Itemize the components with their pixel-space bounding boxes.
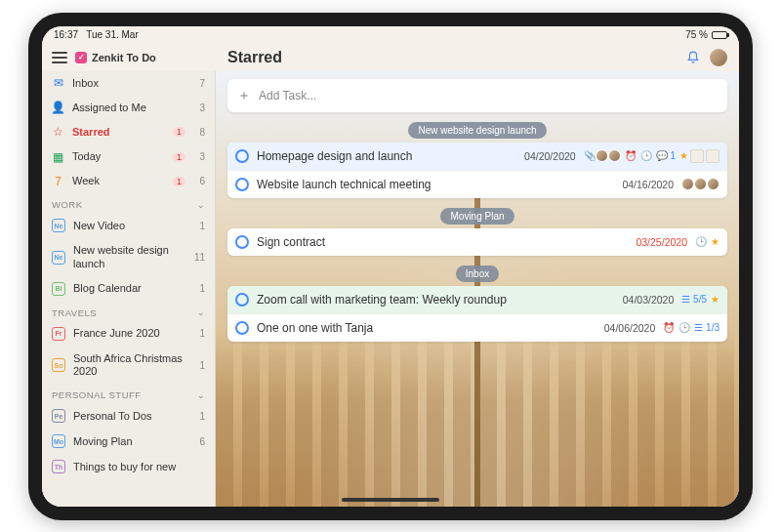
- sidebar-item-count: 11: [193, 252, 205, 263]
- sidebar-item-assigned[interactable]: 👤Assigned to Me3: [42, 96, 215, 120]
- sidebar-item-starred[interactable]: ☆Starred18: [42, 120, 215, 144]
- task-row[interactable]: Homepage design and launch04/20/2020📎⏰🕒💬…: [227, 143, 727, 170]
- task-title: Sign contract: [257, 235, 628, 249]
- comments-icon: 💬 1: [656, 150, 676, 161]
- sidebar-item-count: 6: [193, 436, 205, 447]
- sidebar-item-label: Blog Calendar: [73, 282, 185, 295]
- plus-icon: ＋: [237, 87, 251, 104]
- task-date: 04/06/2020: [604, 322, 656, 334]
- repeat-icon: 🕒: [695, 236, 707, 247]
- battery-icon: [712, 31, 727, 39]
- group-label: New website design launch: [408, 122, 546, 139]
- sidebar-list-item[interactable]: NeNew website design launch11: [42, 238, 215, 275]
- star-icon: ★: [679, 150, 688, 161]
- sidebar-item-count: 1: [193, 360, 205, 371]
- app-brand: Zenkit To Do: [75, 52, 156, 63]
- add-task-input[interactable]: ＋ Add Task...: [227, 79, 727, 112]
- sidebar-list-item[interactable]: NeNew Video1: [42, 213, 215, 238]
- task-checkbox[interactable]: [235, 178, 249, 191]
- task-date: 04/20/2020: [524, 150, 576, 162]
- tablet-frame: 16:37 Tue 31. Mar 75 % Zenkit To Do Star…: [28, 13, 753, 520]
- task-title: One on one with Tanja: [257, 321, 596, 335]
- task-row[interactable]: Sign contract03/25/2020🕒★: [227, 228, 727, 256]
- sidebar-item-label: South Africa Christmas 2020: [73, 352, 185, 378]
- repeat-icon: 🕒: [640, 150, 652, 161]
- user-avatar[interactable]: [710, 49, 727, 66]
- assigned-icon: 👤: [52, 102, 64, 114]
- status-time: 16:37: [54, 29, 78, 40]
- group-pill[interactable]: New website design launch: [227, 122, 727, 139]
- sidebar-item-label: Today: [72, 150, 162, 163]
- star-icon: ★: [711, 236, 719, 247]
- group-pill[interactable]: Moving Plan: [227, 208, 727, 225]
- home-indicator[interactable]: [342, 498, 439, 502]
- add-task-placeholder: Add Task...: [259, 89, 316, 102]
- task-card: Zoom call with marketing team: Weekly ro…: [227, 286, 727, 342]
- list-color-icon: So: [52, 358, 65, 372]
- assignee-avatar: [707, 178, 719, 190]
- assignee-avatar: [608, 149, 621, 162]
- section-title: Personal Stuff: [52, 389, 142, 400]
- sidebar-item-label: New Video: [73, 220, 185, 232]
- attachment-icon: 📎: [584, 150, 596, 161]
- task-row[interactable]: Website launch technical meeting04/16/20…: [227, 170, 727, 198]
- task-meta: [681, 178, 719, 190]
- assignee-avatar: [681, 178, 694, 190]
- subtasks-icon: ☰ 5/5: [681, 294, 707, 305]
- sidebar-item-label: Week: [72, 175, 162, 187]
- battery-pct: 75 %: [685, 29, 708, 40]
- task-title: Homepage design and launch: [257, 149, 516, 163]
- list-color-icon: Th: [52, 460, 65, 473]
- list-color-icon: Pe: [52, 409, 65, 423]
- sidebar-section-work[interactable]: Work⌄: [42, 193, 215, 213]
- sidebar-item-today[interactable]: ▦Today13: [42, 144, 215, 169]
- app-name: Zenkit To Do: [92, 52, 156, 63]
- group-pill[interactable]: Inbox: [227, 266, 727, 282]
- task-checkbox[interactable]: [235, 321, 249, 335]
- sidebar-item-week[interactable]: 7Week16: [42, 169, 215, 193]
- page-title: Starred: [227, 49, 282, 66]
- sidebar-list-item[interactable]: PePersonal To Dos1: [42, 403, 215, 429]
- sidebar-list-item[interactable]: BlBlog Calendar1: [42, 276, 215, 302]
- status-time-date: 16:37 Tue 31. Mar: [54, 29, 139, 40]
- sidebar-section-travels[interactable]: Travels⌄: [42, 302, 215, 321]
- attachment-thumb: [706, 149, 719, 163]
- notifications-icon[interactable]: [686, 51, 700, 64]
- task-date: 04/03/2020: [623, 294, 675, 306]
- task-checkbox[interactable]: [235, 235, 249, 249]
- sidebar-list-item[interactable]: FrFrance June 20201: [42, 321, 215, 347]
- task-row[interactable]: One on one with Tanja04/06/2020⏰🕒☰ 1/3: [227, 313, 727, 342]
- task-title: Website launch technical meeting: [257, 178, 614, 191]
- chevron-down-icon: ⌄: [197, 200, 206, 210]
- sidebar-item-label: Starred: [72, 126, 162, 139]
- sidebar-item-label: France June 2020: [73, 327, 185, 340]
- task-checkbox[interactable]: [235, 293, 249, 307]
- task-meta: 📎⏰🕒💬 1★: [584, 149, 719, 163]
- task-row[interactable]: Zoom call with marketing team: Weekly ro…: [227, 286, 727, 313]
- sidebar-list-item[interactable]: ThThings to buy for new: [42, 454, 215, 479]
- menu-button[interactable]: [52, 52, 67, 63]
- top-bar: Zenkit To Do Starred: [42, 44, 739, 71]
- task-meta: ☰ 5/5★: [681, 294, 719, 305]
- sidebar-item-label: Moving Plan: [73, 435, 185, 448]
- reminder-icon: ⏰: [663, 322, 675, 333]
- repeat-icon: 🕒: [678, 322, 690, 333]
- sidebar-list-item[interactable]: SoSouth Africa Christmas 20201: [42, 347, 215, 384]
- sidebar-item-label: Personal To Dos: [73, 410, 185, 423]
- sidebar-list-item[interactable]: MoMoving Plan6: [42, 429, 215, 454]
- task-meta: ⏰🕒☰ 1/3: [663, 322, 719, 333]
- sidebar-item-count: 1: [193, 221, 205, 231]
- task-checkbox[interactable]: [235, 149, 249, 163]
- sidebar-section-personal-stuff[interactable]: Personal Stuff⌄: [42, 384, 215, 403]
- sidebar-item-count: 1: [193, 328, 205, 339]
- list-color-icon: Mo: [52, 434, 65, 448]
- assignee-avatar: [596, 149, 608, 162]
- section-title: Work: [52, 199, 83, 210]
- screen: 16:37 Tue 31. Mar 75 % Zenkit To Do Star…: [42, 26, 739, 507]
- task-meta: 🕒★: [695, 236, 719, 247]
- sidebar-item-count: 1: [193, 283, 205, 294]
- sidebar-item-inbox[interactable]: ✉Inbox7: [42, 71, 215, 96]
- inbox-icon: ✉: [52, 77, 64, 90]
- list-color-icon: Bl: [52, 282, 65, 296]
- sidebar-item-label: Things to buy for new: [73, 461, 185, 473]
